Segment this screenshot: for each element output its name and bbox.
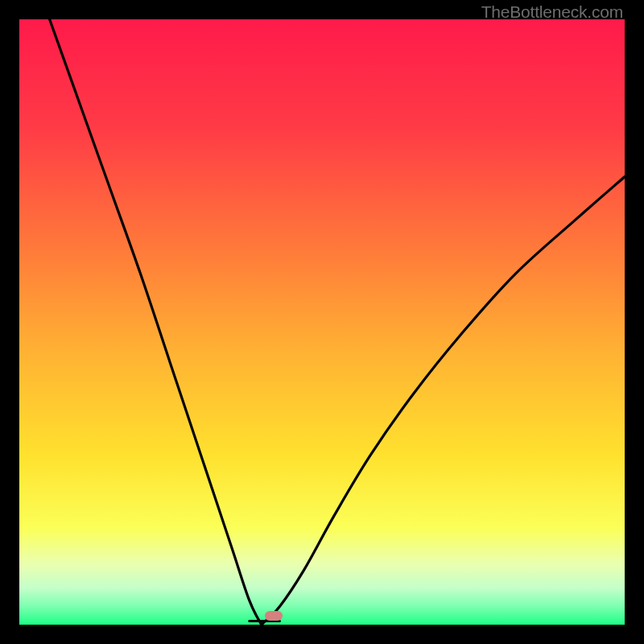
bottleneck-marker — [265, 611, 283, 621]
curve-right-branch — [262, 177, 625, 625]
bottleneck-curve — [19, 19, 625, 625]
plot-area — [19, 19, 625, 625]
watermark-text: TheBottleneck.com — [481, 2, 623, 22]
curve-left-branch — [50, 19, 262, 625]
chart-frame: TheBottleneck.com — [0, 0, 644, 644]
